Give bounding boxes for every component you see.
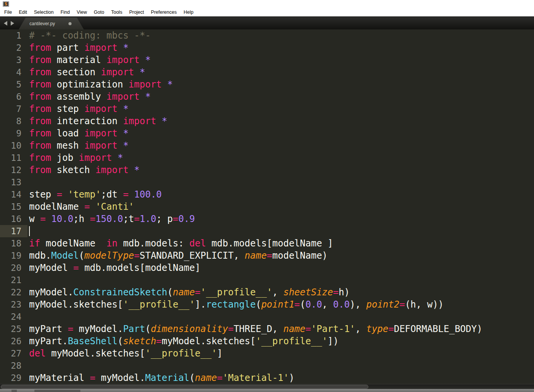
code-text: myModel = mdb.models[modelName] [29,262,200,274]
code-text: from mesh import * [29,139,129,152]
code-line-21[interactable]: 21 [0,274,534,286]
line-number: 26 [0,335,28,347]
line-number: 2 [0,42,28,54]
forward-arrow-icon[interactable] [11,21,14,26]
line-number: 3 [0,54,28,66]
code-line-1[interactable]: 1# -*- coding: mbcs -*- [0,29,534,42]
code-line-23[interactable]: 23myModel.sketches['__profile__'].rectan… [0,298,534,311]
modified-dot-icon [68,22,72,25]
code-line-26[interactable]: 26myPart.BaseShell(sketch=myModel.sketch… [0,335,534,347]
code-text: myPart = myModel.Part(dimensionality=THR… [29,323,482,335]
tab-cantilever-py[interactable]: cantilever.py [19,18,84,29]
code-text: modelName = 'Canti' [29,201,134,213]
code-line-29[interactable]: 29myMaterial = myModel.Material(name='Ma… [0,372,534,384]
menu-item-find[interactable]: Find [57,9,73,16]
code-text: myPart.BaseShell(sketch=myModel.sketches… [29,335,339,347]
code-text: from assembly import * [29,91,151,103]
code-text: myModel.sketches['__profile__'].rectangl… [29,298,444,311]
code-line-10[interactable]: 10from mesh import * [0,139,534,152]
line-number: 13 [0,176,28,188]
code-text [29,225,30,237]
menu-item-project[interactable]: Project [126,9,148,16]
code-text: from job import * [29,152,123,164]
menu-item-file[interactable]: File [1,9,15,16]
code-text: if modelName in mdb.models: del mdb.mode… [29,237,333,249]
menu-item-tools[interactable]: Tools [107,9,125,16]
code-line-3[interactable]: 3from material import * [0,54,534,66]
status-bar-icon [11,390,17,392]
tab-label: cantilever.py [29,21,55,26]
code-text: from optimization import * [29,78,173,91]
line-number: 18 [0,237,28,249]
code-line-8[interactable]: 8from interaction import * [0,115,534,127]
status-bar-text-fragment [34,390,80,392]
code-line-28[interactable]: 28 [0,360,534,372]
tab-bar: cantilever.py [0,16,534,29]
back-arrow-icon[interactable] [4,21,7,26]
code-line-11[interactable]: 11from job import * [0,152,534,164]
code-line-4[interactable]: 4from section import * [0,66,534,78]
sublime-text-app-icon: S [3,1,9,7]
code-text: del myModel.sketches['__profile__'] [29,347,223,360]
menu-bar: FileEditSelectionFindViewGotoToolsProjec… [0,8,534,16]
line-number: 7 [0,103,28,115]
code-line-15[interactable]: 15modelName = 'Canti' [0,201,534,213]
line-number: 4 [0,66,28,78]
code-line-16[interactable]: 16w = 10.0;h =150.0;t=1.0; p=0.9 [0,213,534,225]
line-number: 20 [0,262,28,274]
code-line-17[interactable]: 17 [0,225,534,237]
menu-item-view[interactable]: View [73,9,90,16]
line-number: 23 [0,298,28,311]
code-line-22[interactable]: 22myModel.ConstrainedSketch(name='__prof… [0,286,534,298]
line-number: 14 [0,188,28,201]
status-bar [0,389,534,392]
code-text: from part import * [29,42,129,54]
menu-item-help[interactable]: Help [180,9,197,16]
line-number: 16 [0,213,28,225]
line-number: 1 [0,29,28,42]
code-line-14[interactable]: 14step = 'temp';dt = 100.0 [0,188,534,201]
code-line-27[interactable]: 27del myModel.sketches['__profile__'] [0,347,534,360]
code-text: myMaterial = myModel.Material(name='Mate… [29,372,295,384]
code-text: myModel.ConstrainedSketch(name='__profil… [29,286,350,298]
code-text: mdb.Model(modelType=STANDARD_EXPLICIT, n… [29,249,327,262]
code-line-24[interactable]: 24 [0,311,534,323]
line-number: 8 [0,115,28,127]
code-line-12[interactable]: 12from sketch import * [0,164,534,176]
line-number: 9 [0,127,28,139]
code-line-6[interactable]: 6from assembly import * [0,91,534,103]
code-line-2[interactable]: 2from part import * [0,42,534,54]
code-text: from section import * [29,66,145,78]
code-text: from step import * [29,103,129,115]
horizontal-scrollbar-thumb[interactable] [1,385,368,389]
menu-item-preferences[interactable]: Preferences [148,9,180,16]
code-text: w = 10.0;h =150.0;t=1.0; p=0.9 [29,213,195,225]
menu-item-goto[interactable]: Goto [90,9,107,16]
line-number: 28 [0,360,28,372]
code-line-18[interactable]: 18if modelName in mdb.models: del mdb.mo… [0,237,534,249]
code-line-13[interactable]: 13 [0,176,534,188]
code-line-7[interactable]: 7from step import * [0,103,534,115]
menu-item-selection[interactable]: Selection [31,9,57,16]
tab-nav-arrows [0,17,18,29]
line-number: 11 [0,152,28,164]
menu-item-edit[interactable]: Edit [15,9,31,16]
line-number: 24 [0,311,28,323]
line-number: 27 [0,347,28,360]
code-line-5[interactable]: 5from optimization import * [0,78,534,91]
line-number: 25 [0,323,28,335]
line-number: 15 [0,201,28,213]
code-line-9[interactable]: 9from load import * [0,127,534,139]
line-number: 22 [0,286,28,298]
title-bar: S [0,0,534,8]
code-text: step = 'temp';dt = 100.0 [29,188,162,201]
code-text: from sketch import * [29,164,140,176]
horizontal-scrollbar-track[interactable] [0,384,534,389]
code-line-19[interactable]: 19mdb.Model(modelType=STANDARD_EXPLICIT,… [0,249,534,262]
code-line-20[interactable]: 20myModel = mdb.models[modelName] [0,262,534,274]
code-editor[interactable]: 1# -*- coding: mbcs -*-2from part import… [0,29,534,384]
code-text: from interaction import * [29,115,167,127]
code-line-25[interactable]: 25myPart = myModel.Part(dimensionality=T… [0,323,534,335]
line-number: 17 [0,225,28,237]
line-number: 6 [0,91,28,103]
